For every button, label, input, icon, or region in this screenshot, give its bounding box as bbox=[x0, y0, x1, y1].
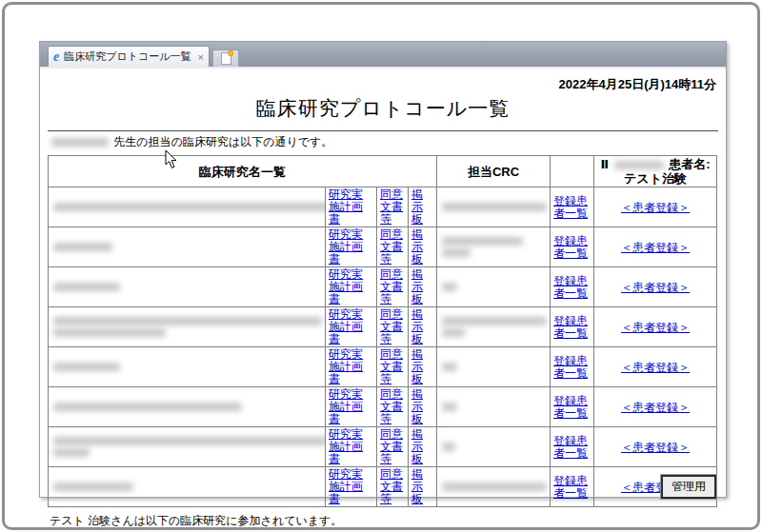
registered-patients-link[interactable]: 登録患者一覧 bbox=[553, 475, 591, 500]
redacted-text bbox=[442, 237, 523, 246]
plan-cell: 研究実施計画書 bbox=[326, 467, 377, 507]
registered-patients-link[interactable]: 登録患者一覧 bbox=[553, 315, 591, 340]
registered-patients-link[interactable]: 登録患者一覧 bbox=[553, 395, 591, 420]
patient-register-cell: ＜患者登録＞ bbox=[594, 387, 717, 427]
bulletin-board-link[interactable]: 掲示板 bbox=[411, 348, 433, 385]
registered-patients-link[interactable]: 登録患者一覧 bbox=[553, 435, 591, 460]
consent-doc-link[interactable]: 同意文書等 bbox=[380, 428, 405, 465]
study-plan-link[interactable]: 研究実施計画書 bbox=[329, 228, 373, 266]
registered-patients-link[interactable]: 登録患者一覧 bbox=[553, 195, 591, 220]
consent-cell: 同意文書等 bbox=[377, 387, 409, 427]
patient-register-link[interactable]: ＜患者登録＞ bbox=[621, 402, 690, 414]
redacted-text bbox=[442, 483, 547, 491]
board-cell: 掲示板 bbox=[409, 307, 437, 347]
patient-register-cell: ＜患者登録＞ bbox=[594, 307, 717, 347]
patient-register-cell: ＜患者登録＞ bbox=[594, 187, 717, 227]
patient-register-link[interactable]: ＜患者登録＞ bbox=[621, 322, 690, 334]
redacted-text bbox=[442, 283, 457, 291]
table-row: 研究実施計画書 同意文書等 掲示板 登録患者一覧 ＜患者登 bbox=[49, 387, 717, 427]
study-plan-link[interactable]: 研究実施計画書 bbox=[329, 268, 373, 305]
consent-cell: 同意文書等 bbox=[377, 347, 409, 387]
doctor-line-text: 先生の担当の臨床研究は以下の通りです。 bbox=[113, 135, 332, 148]
new-tab-button[interactable] bbox=[212, 49, 239, 67]
redacted-text bbox=[442, 363, 457, 371]
crc-cell bbox=[437, 427, 551, 467]
patient-register-link[interactable]: ＜患者登録＞ bbox=[621, 362, 690, 374]
bulletin-board-link[interactable]: 掲示板 bbox=[411, 188, 433, 226]
registered-patients-cell: 登録患者一覧 bbox=[551, 347, 594, 387]
current-datetime: 2022年4月25日(月)14時11分 bbox=[40, 76, 716, 93]
crc-cell bbox=[437, 467, 551, 507]
redacted-text bbox=[53, 483, 133, 491]
bulletin-board-link[interactable]: 掲示板 bbox=[411, 308, 433, 345]
study-plan-link[interactable]: 研究実施計画書 bbox=[329, 468, 373, 505]
consent-doc-link[interactable]: 同意文書等 bbox=[380, 228, 405, 266]
study-name-cell bbox=[49, 387, 326, 427]
bulletin-board-link[interactable]: 掲示板 bbox=[411, 388, 433, 425]
redacted-text bbox=[442, 317, 547, 325]
board-cell: 掲示板 bbox=[409, 347, 437, 387]
header-empty bbox=[551, 156, 594, 187]
study-name-cell bbox=[49, 307, 326, 347]
registered-patients-cell: 登録患者一覧 bbox=[551, 467, 594, 507]
registered-patients-cell: 登録患者一覧 bbox=[551, 307, 594, 347]
redacted-doctor-name bbox=[51, 138, 109, 147]
study-name-cell bbox=[49, 227, 326, 267]
browser-tab[interactable]: e 臨床研究プロトコール一覧 × bbox=[48, 46, 210, 67]
consent-doc-link[interactable]: 同意文書等 bbox=[380, 348, 405, 385]
internet-explorer-icon: e bbox=[53, 50, 59, 64]
crc-cell bbox=[437, 227, 551, 267]
redacted-text bbox=[442, 248, 471, 257]
study-name-cell bbox=[49, 427, 326, 467]
redacted-text bbox=[53, 448, 90, 457]
crc-cell bbox=[437, 267, 551, 307]
study-plan-link[interactable]: 研究実施計画書 bbox=[329, 308, 373, 345]
registered-patients-link[interactable]: 登録患者一覧 bbox=[553, 355, 591, 380]
registered-patients-link[interactable]: 登録患者一覧 bbox=[553, 235, 591, 260]
plan-cell: 研究実施計画書 bbox=[326, 427, 377, 467]
crc-cell bbox=[437, 307, 551, 347]
consent-doc-link[interactable]: 同意文書等 bbox=[380, 468, 405, 505]
study-plan-link[interactable]: 研究実施計画書 bbox=[329, 348, 373, 385]
crc-cell bbox=[437, 347, 551, 387]
redacted-text bbox=[53, 283, 120, 291]
protocol-table: 臨床研究名一覧 担当CRC Ⅱ 患者名:テスト治験 bbox=[48, 155, 717, 507]
header-patient: Ⅱ 患者名:テスト治験 bbox=[594, 156, 717, 187]
redacted-text bbox=[53, 317, 322, 325]
admin-button[interactable]: 管理用 bbox=[661, 475, 716, 499]
consent-cell: 同意文書等 bbox=[377, 427, 409, 467]
bulletin-board-link[interactable]: 掲示板 bbox=[411, 428, 433, 465]
consent-doc-link[interactable]: 同意文書等 bbox=[380, 308, 405, 345]
redacted-text bbox=[442, 328, 465, 337]
study-plan-link[interactable]: 研究実施計画書 bbox=[329, 428, 373, 465]
consent-doc-link[interactable]: 同意文書等 bbox=[380, 268, 405, 305]
board-cell: 掲示板 bbox=[409, 187, 437, 227]
registered-patients-link[interactable]: 登録患者一覧 bbox=[553, 275, 591, 300]
bulletin-board-link[interactable]: 掲示板 bbox=[411, 468, 433, 505]
bulletin-board-link[interactable]: 掲示板 bbox=[411, 228, 433, 266]
crc-cell bbox=[437, 187, 551, 227]
consent-doc-link[interactable]: 同意文書等 bbox=[380, 388, 405, 425]
patient-register-link[interactable]: ＜患者登録＞ bbox=[621, 242, 690, 254]
patient-register-link[interactable]: ＜患者登録＞ bbox=[621, 202, 690, 214]
tab-bar: e 臨床研究プロトコール一覧 × bbox=[40, 42, 726, 69]
bulletin-board-link[interactable]: 掲示板 bbox=[411, 268, 433, 305]
study-plan-link[interactable]: 研究実施計画書 bbox=[329, 388, 373, 425]
board-cell: 掲示板 bbox=[409, 267, 437, 307]
registered-patients-cell: 登録患者一覧 bbox=[551, 427, 594, 467]
consent-cell: 同意文書等 bbox=[377, 467, 409, 507]
mouse-cursor bbox=[165, 149, 178, 169]
redacted-text bbox=[53, 203, 326, 211]
plan-cell: 研究実施計画書 bbox=[326, 307, 377, 347]
table-row: 研究実施計画書 同意文書等 掲示板 登録患者一覧 ＜患者登 bbox=[49, 467, 717, 507]
study-name-cell bbox=[49, 267, 326, 307]
page-content: 2022年4月25日(月)14時11分 臨床研究プロトコール一覧 先生の担当の臨… bbox=[40, 76, 726, 504]
study-plan-link[interactable]: 研究実施計画書 bbox=[329, 188, 373, 226]
consent-doc-link[interactable]: 同意文書等 bbox=[380, 188, 405, 226]
patient-register-link[interactable]: ＜患者登録＞ bbox=[621, 442, 690, 454]
tab-close-icon[interactable]: × bbox=[198, 51, 204, 63]
patient-register-link[interactable]: ＜患者登録＞ bbox=[621, 282, 690, 294]
registered-patients-cell: 登録患者一覧 bbox=[551, 387, 594, 427]
redacted-text bbox=[442, 443, 455, 451]
patient-register-cell: ＜患者登録＞ bbox=[594, 347, 717, 387]
